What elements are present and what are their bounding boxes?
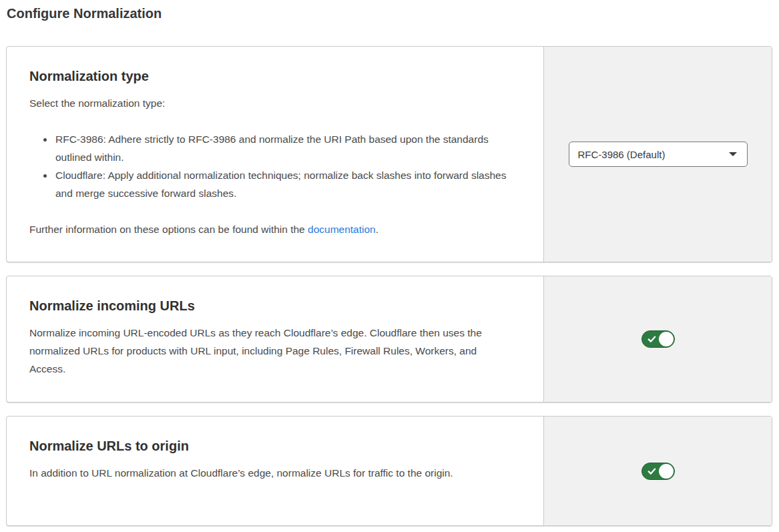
card-title-normalization-type: Normalization type (29, 67, 511, 85)
normalization-type-select[interactable]: RFC-3986 (Default) (569, 142, 748, 167)
card-normalize-incoming-urls-body: Normalize incoming URLs Normalize incomi… (7, 276, 543, 402)
card-normalize-incoming-urls-side-panel (543, 276, 772, 402)
card-normalization-type-body: Normalization type Select the normalizat… (7, 47, 543, 262)
footer-note-text: Further information on these options can… (29, 224, 305, 235)
page-title: Configure Normalization (7, 4, 772, 23)
footer-note-suffix: . (376, 224, 378, 235)
footer-note: Further information on these options can… (29, 220, 511, 238)
toggle-knob (659, 332, 674, 346)
card-title-normalize-incoming-urls: Normalize incoming URLs (29, 296, 511, 315)
normalize-urls-to-origin-toggle[interactable] (641, 463, 675, 480)
normalization-type-select-value: RFC-3986 (Default) (578, 149, 666, 160)
normalize-incoming-urls-description: Normalize incoming URL-encoded URLs as t… (29, 324, 511, 378)
normalization-type-intro: Select the normalization type: (29, 94, 511, 112)
toggle-knob (659, 464, 674, 479)
option-cloudflare: Cloudflare: Apply additional normalizati… (54, 166, 511, 202)
documentation-link[interactable]: documentation (308, 224, 376, 235)
normalize-urls-to-origin-description: In addition to URL normalization at Clou… (29, 464, 511, 482)
card-normalization-type: Normalization type Select the normalizat… (6, 46, 772, 262)
card-normalize-urls-to-origin-side-panel (543, 417, 772, 525)
normalization-settings-page: Configure Normalization Normalization ty… (0, 4, 779, 532)
chevron-down-icon (729, 152, 737, 156)
check-icon (647, 468, 656, 475)
normalize-incoming-urls-toggle[interactable] (641, 330, 675, 348)
card-normalize-urls-to-origin-body: Normalize URLs to origin In addition to … (7, 417, 543, 525)
card-normalize-incoming-urls: Normalize incoming URLs Normalize incomi… (6, 276, 772, 403)
normalization-options-list: RFC-3986: Adhere strictly to RFC-3986 an… (29, 130, 511, 202)
card-normalize-urls-to-origin: Normalize URLs to origin In addition to … (6, 416, 772, 526)
card-title-normalize-urls-to-origin: Normalize URLs to origin (29, 437, 511, 455)
option-rfc-3986: RFC-3986: Adhere strictly to RFC-3986 an… (54, 130, 511, 166)
card-normalization-type-side-panel: RFC-3986 (Default) (543, 47, 772, 262)
check-icon (647, 336, 656, 343)
